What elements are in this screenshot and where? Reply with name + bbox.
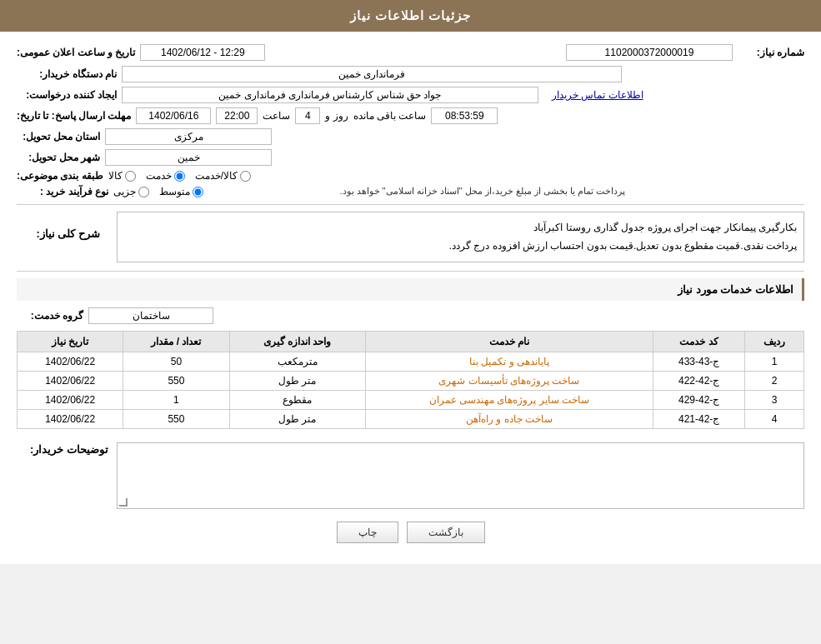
deadline-label: مهلت ارسال پاسخ: تا تاریخ: <box>17 110 131 122</box>
back-button[interactable]: بازگشت <box>407 522 485 543</box>
province-value: مرکزی <box>105 128 272 145</box>
need-number-label: شماره نیاز: <box>738 47 804 58</box>
print-button[interactable]: چاپ <box>337 522 398 543</box>
process-type-small[interactable]: جزیی <box>113 186 149 197</box>
category-radio-group: کالا/خدمت خدمت کالا <box>108 170 251 182</box>
deadline-time-label: ساعت <box>263 110 290 122</box>
description-box: بکارگیری پیمانکار جهت اجرای پروژه جدول گ… <box>117 212 804 262</box>
category-label: طبقه بندی موضوعی: <box>17 170 103 182</box>
process-type-radio-group: متوسط جزیی <box>113 186 203 197</box>
col-row: ردیف <box>744 332 803 352</box>
resize-handle[interactable] <box>119 498 128 507</box>
description-line1: بکارگیری پیمانکار جهت اجرای پروژه جدول گ… <box>124 219 797 237</box>
category-option-service[interactable]: خدمت <box>146 170 185 182</box>
city-label: شهر محل تحویل: <box>17 152 100 163</box>
action-buttons: بازگشت چاپ <box>17 522 804 543</box>
category-option-service-goods[interactable]: کالا/خدمت <box>195 170 251 182</box>
description-line2: پرداخت نقدی.قمیت مقطوع بدون تعدیل.قیمت ب… <box>124 237 797 256</box>
contact-link[interactable]: اطلاعات تماس خریدار <box>552 89 643 101</box>
deadline-remaining-label: ساعت باقی مانده <box>353 110 427 122</box>
service-info-title: اطلاعات خدمات مورد نیاز <box>17 278 804 301</box>
deadline-days-label-text: روز و <box>325 110 348 122</box>
description-title: شرح کلی نیاز: <box>17 222 108 245</box>
announce-label: تاریخ و ساعت اعلان عمومی: <box>17 47 135 58</box>
col-name: نام خدمت <box>365 332 653 352</box>
deadline-remaining-value: 08:53:59 <box>431 107 498 124</box>
process-type-label: نوع فرآیند خرید : <box>17 186 108 197</box>
col-unit: واحد اندازه گیری <box>229 332 365 352</box>
buyer-notes-label: توضیحات خریدار: <box>30 443 108 456</box>
table-row: 2ج-42-422ساخت پروژه‌های تأسیسات شهریمتر … <box>18 372 804 391</box>
table-row: 1ج-43-433پایاندهی و تکمیل بنامترمکعب5014… <box>18 352 804 372</box>
process-note: پرداخت تمام یا بخشی از مبلغ خرید،از محل … <box>339 186 625 196</box>
creator-label: ایجاد کننده درخواست: <box>17 89 117 101</box>
category-option-goods[interactable]: کالا <box>108 170 136 182</box>
page-header: جزئیات اطلاعات نیاز <box>0 0 821 32</box>
col-code: کد خدمت <box>653 332 745 352</box>
page-title: جزئیات اطلاعات نیاز <box>350 8 471 22</box>
process-type-medium[interactable]: متوسط <box>159 186 203 197</box>
service-group-value: ساختمان <box>88 307 213 324</box>
buyer-org-value: فرمانداری خمین <box>122 66 622 82</box>
creator-value: جواد حق شناس کارشناس فرمانداری فرمانداری… <box>122 87 538 103</box>
deadline-time-value: 22:00 <box>216 107 258 124</box>
buyer-org-label: نام دستگاه خریدار: <box>17 68 117 80</box>
announce-value: 1402/06/12 - 12:29 <box>140 44 265 61</box>
city-value: خمین <box>105 149 272 166</box>
need-number-value: 1102000372000019 <box>566 44 733 61</box>
col-date: تاریخ نیاز <box>18 332 123 352</box>
buyer-notes-box[interactable] <box>117 442 804 509</box>
col-quantity: تعداد / مقدار <box>123 332 229 352</box>
deadline-date-value: 1402/06/16 <box>136 107 211 124</box>
services-table: ردیف کد خدمت نام خدمت واحد اندازه گیری ت… <box>17 331 804 429</box>
deadline-days-value: 4 <box>295 107 320 124</box>
table-row: 3ج-42-429ساخت سایر پروژه‌های مهندسی عمرا… <box>18 391 804 410</box>
service-group-label: گروه خدمت: <box>17 310 83 322</box>
province-label: استان محل تحویل: <box>17 131 100 142</box>
table-row: 4ج-42-421ساخت جاده و راه‌آهنمتر طول55014… <box>18 410 804 429</box>
